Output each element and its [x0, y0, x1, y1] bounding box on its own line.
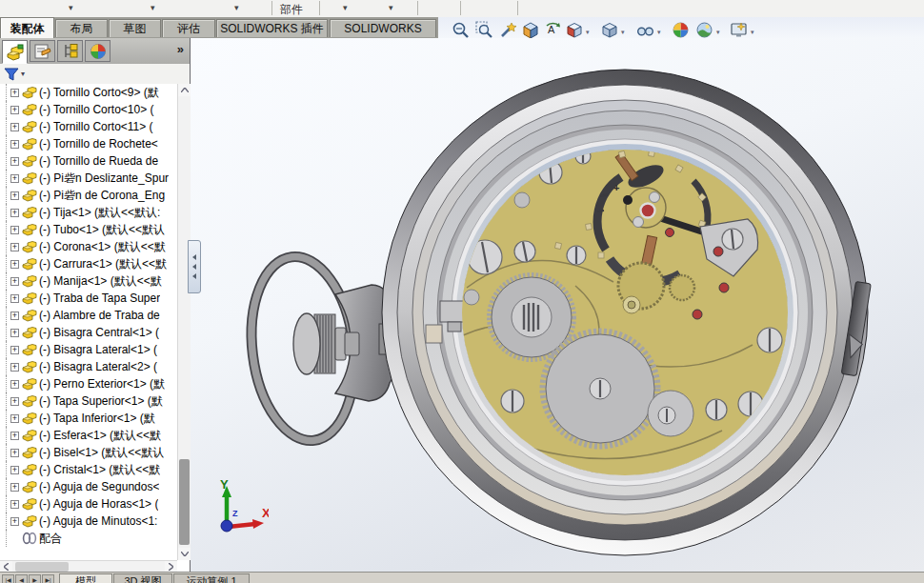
tab-propertymanager[interactable]	[30, 40, 55, 62]
expand-toggle[interactable]: +	[10, 174, 19, 183]
expand-toggle[interactable]: +	[10, 500, 19, 509]
expand-toggle[interactable]: +	[10, 123, 19, 131]
expand-toggle[interactable]: +	[10, 243, 19, 251]
commandmanager-tab-1[interactable]: 布局	[55, 19, 108, 37]
expand-toggle[interactable]: +	[10, 226, 19, 234]
tree-item[interactable]: + (-) Bisel<1> (默认<<默认	[0, 444, 177, 461]
edit-appearance-icon[interactable]	[672, 21, 690, 39]
expand-toggle[interactable]: +	[10, 277, 19, 286]
tree-vertical-scrollbar[interactable]	[177, 84, 191, 560]
scroll-up-button[interactable]	[178, 84, 191, 96]
display-style-icon[interactable]	[600, 21, 618, 39]
panel-overflow-button[interactable]: »	[177, 42, 184, 56]
scrollbar-thumb[interactable]	[179, 459, 190, 545]
bottom-tab-2[interactable]: 运动算例 1	[173, 573, 250, 583]
chevron-down-icon[interactable]: ▾	[69, 3, 73, 12]
expand-toggle[interactable]: +	[10, 397, 19, 406]
tree-item[interactable]: + (-) Bisagra Central<1> (	[0, 324, 177, 341]
previous-view-icon[interactable]	[499, 21, 517, 39]
apply-scene-icon[interactable]	[695, 21, 713, 39]
rotate-view-icon[interactable]: A	[544, 21, 562, 39]
chevron-down-icon[interactable]: ▾	[21, 70, 25, 78]
tree-item[interactable]: + (-) Corona<1> (默认<<默	[0, 238, 177, 255]
panel-splitter-handle[interactable]	[188, 240, 201, 293]
zoom-to-fit-icon[interactable]	[452, 21, 470, 39]
commandmanager-tab-3[interactable]: 评估	[162, 19, 215, 37]
commandmanager-tab-2[interactable]: 草图	[109, 19, 161, 37]
expand-toggle[interactable]: +	[10, 312, 19, 320]
tree-item[interactable]: + (-) Aguja de Horas<1> (	[0, 495, 177, 513]
first-tab-button[interactable]: |◀	[2, 574, 14, 583]
expand-toggle[interactable]: +	[10, 432, 19, 440]
graphics-viewport[interactable]: +	[191, 38, 924, 572]
expand-toggle[interactable]: +	[10, 414, 19, 423]
expand-toggle[interactable]: +	[10, 346, 19, 354]
tab-configurationmanager[interactable]	[57, 40, 83, 62]
expand-toggle[interactable]: +	[10, 449, 19, 457]
tree-item[interactable]: + 配合	[0, 530, 177, 547]
scrollbar-thumb[interactable]	[15, 562, 69, 572]
view-settings-icon[interactable]	[730, 21, 748, 39]
tree-item[interactable]: + (-) Traba de Tapa Super	[0, 290, 177, 307]
chevron-down-icon[interactable]: ▾	[716, 29, 720, 36]
section-view-icon[interactable]	[522, 21, 540, 39]
prev-tab-button[interactable]: ◀	[15, 574, 28, 583]
tree-item[interactable]: + (-) Tija<1> (默认<<默认:	[0, 204, 177, 221]
tree-item[interactable]: + (-) Perno Exterior<1> (默	[0, 375, 177, 392]
expand-toggle[interactable]: +	[10, 191, 19, 200]
expand-toggle[interactable]: +	[10, 89, 19, 97]
zoom-to-area-icon[interactable]	[475, 21, 493, 39]
expand-toggle[interactable]: +	[10, 260, 19, 269]
expand-toggle[interactable]: +	[10, 517, 19, 526]
commandmanager-tab-0[interactable]: 装配体	[0, 17, 54, 38]
tree-item[interactable]: + (-) Tapa Inferior<1> (默	[0, 410, 177, 427]
last-tab-button[interactable]: ▶|	[42, 574, 54, 583]
scroll-down-button[interactable]	[178, 548, 191, 560]
bottom-tab-0[interactable]: 模型	[59, 573, 112, 583]
tree-item[interactable]: + (-) Pi砦n de Corona_Eng	[0, 187, 177, 204]
tree-item[interactable]: + (-) Carrura<1> (默认<<默	[0, 255, 177, 272]
tree-item[interactable]: + (-) Tubo<1> (默认<<默认	[0, 221, 177, 238]
chevron-down-icon[interactable]: ▾	[621, 29, 625, 36]
tree-item[interactable]: + (-) Tapa Superior<1> (默	[0, 392, 177, 410]
chevron-down-icon[interactable]: ▾	[389, 3, 393, 12]
tree-item[interactable]: + (-) Tornillo Corto<11> (	[0, 118, 177, 135]
expand-toggle[interactable]: +	[10, 209, 19, 217]
tree-item[interactable]: + (-) Aguja de Minutos<1:	[0, 513, 177, 530]
menu-item-component[interactable]: 部件	[280, 2, 303, 18]
tab-displaymanager[interactable]	[85, 40, 110, 62]
scroll-left-button[interactable]	[0, 561, 12, 572]
expand-toggle[interactable]: +	[10, 294, 19, 303]
chevron-down-icon[interactable]: ▾	[234, 3, 239, 12]
expand-toggle[interactable]: +	[10, 157, 19, 166]
filter-funnel-icon[interactable]	[4, 67, 19, 82]
tree-item[interactable]: + (-) Manija<1> (默认<<默	[0, 272, 177, 290]
tree-item[interactable]: + (-) Alambre de Traba de	[0, 307, 177, 324]
chevron-down-icon[interactable]: ▾	[343, 3, 348, 12]
tree-item[interactable]: + (-) Bisagra Lateral<1> (	[0, 341, 177, 358]
hide-show-items-icon[interactable]	[636, 21, 654, 39]
tab-featuremanager-tree[interactable]	[2, 40, 28, 64]
tree-item[interactable]: + (-) Pi砦n Deslizante_Spur	[0, 170, 177, 187]
chevron-down-icon[interactable]: ▾	[657, 29, 661, 36]
tree-item[interactable]: + (-) Tornillo Corto<9> (默	[0, 84, 177, 101]
next-tab-button[interactable]: ▶	[29, 574, 41, 583]
expand-toggle[interactable]: +	[10, 140, 19, 149]
tree-item[interactable]: + (-) Tornillo Corto<10> (	[0, 101, 177, 118]
view-orientation-icon[interactable]	[565, 21, 583, 39]
tree-item[interactable]: + (-) Cristal<1> (默认<<默	[0, 461, 177, 478]
tree-item[interactable]: + (-) Esfera<1> (默认<<默	[0, 427, 177, 444]
tree-item[interactable]: + (-) Aguja de Segundos<	[0, 478, 177, 495]
chevron-down-icon[interactable]: ▾	[751, 29, 754, 36]
chevron-down-icon[interactable]: ▾	[586, 29, 590, 36]
tree-item[interactable]: + (-) Tornillo de Rueda de	[0, 152, 177, 170]
expand-toggle[interactable]: +	[10, 363, 19, 372]
tree-item[interactable]: + (-) Tornillo de Rochete<	[0, 135, 177, 152]
expand-toggle[interactable]: +	[10, 106, 19, 114]
expand-toggle[interactable]: +	[10, 329, 19, 337]
expand-toggle[interactable]: +	[10, 483, 19, 492]
chevron-down-icon[interactable]: ▾	[151, 3, 155, 12]
tree-item[interactable]: + (-) Bisagra Lateral<2> (	[0, 358, 177, 375]
expand-toggle[interactable]: +	[10, 380, 19, 389]
commandmanager-tab-5[interactable]: SOLIDWORKS MBD	[330, 19, 436, 37]
